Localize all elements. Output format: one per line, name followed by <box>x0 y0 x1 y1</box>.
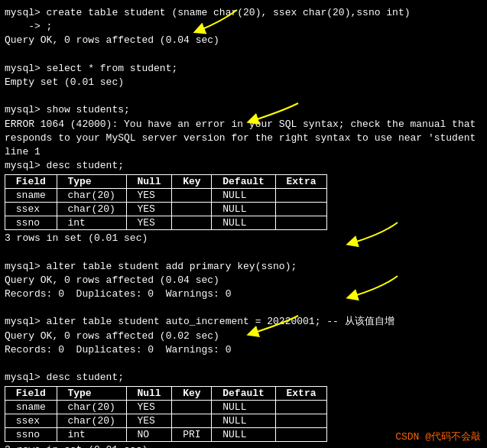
cell-ssex-default-1: NULL <box>212 203 275 216</box>
query-ok-2: Query OK, 0 rows affected (0.04 sec) <box>5 274 482 287</box>
desc-table-1: Field Type Null Key Default Extra sname … <box>5 174 327 230</box>
table-row: sname char(20) YES NULL <box>5 189 327 203</box>
table-row: ssex char(20) YES NULL <box>5 414 327 428</box>
cmd-alter-pk: mysql> alter table student add primary k… <box>5 260 482 274</box>
error-line-2: responds to your MySQL server version fo… <box>5 131 482 145</box>
cell-ssex-default-2: NULL <box>212 414 275 428</box>
records-1: Records: 0 Duplicates: 0 Warnings: 0 <box>5 287 482 301</box>
watermark: CSDN @代码不会敲 <box>395 430 481 443</box>
cell-ssex-key-2 <box>172 414 212 428</box>
cell-ssno-null-1: YES <box>126 216 172 230</box>
blank-1 <box>5 48 482 62</box>
cell-ssno-1: ssno <box>5 216 57 230</box>
col-extra-2: Extra <box>275 387 327 401</box>
col-type-1: Type <box>57 175 126 189</box>
query-ok-3: Query OK, 0 rows affected (0.02 sec) <box>5 330 482 343</box>
cell-sname-extra-1 <box>275 189 327 203</box>
col-null-2: Null <box>126 387 172 401</box>
rows-set-1: 3 rows in set (0.01 sec) <box>5 232 482 245</box>
cell-ssno-key-1 <box>172 216 212 230</box>
cell-ssno-extra-1 <box>275 216 327 230</box>
cell-ssex-type-1: char(20) <box>57 203 126 216</box>
cell-sname-1: sname <box>5 189 57 203</box>
table-header-row-2: Field Type Null Key Default Extra <box>5 387 327 401</box>
terminal-window: mysql> create table student (sname char(… <box>0 0 487 448</box>
cmd-create-table-cont: -> ; <box>5 20 482 34</box>
cell-sname-type-2: char(20) <box>57 401 126 414</box>
cell-ssex-null-2: YES <box>126 414 172 428</box>
cell-ssex-type-2: char(20) <box>57 414 126 428</box>
blank-4 <box>5 301 482 315</box>
cmd-desc-2: mysql> desc student; <box>5 371 482 385</box>
cell-sname-key-2 <box>172 401 212 414</box>
col-field-1: Field <box>5 175 57 189</box>
cell-ssex-key-1 <box>172 203 212 216</box>
blank-5 <box>5 357 482 371</box>
empty-set: Empty set (0.01 sec) <box>5 76 482 89</box>
records-2: Records: 0 Duplicates: 0 Warnings: 0 <box>5 343 482 357</box>
error-line-3: line 1 <box>5 145 482 159</box>
cell-sname-default-2: NULL <box>212 401 275 414</box>
cell-ssno-null-2: NO <box>126 428 172 442</box>
cmd-create-table: mysql> create table student (sname char(… <box>5 6 482 20</box>
rows-set-2: 3 rows in set (0.01 sec) <box>5 443 482 448</box>
cell-sname-extra-2 <box>275 401 327 414</box>
cmd-desc-1: mysql> desc student; <box>5 159 482 173</box>
table-row: ssex char(20) YES NULL <box>5 203 327 216</box>
cell-sname-null-2: YES <box>126 401 172 414</box>
table-row: sname char(20) YES NULL <box>5 401 327 414</box>
cell-sname-key-1 <box>172 189 212 203</box>
cell-ssno-extra-2 <box>275 428 327 442</box>
col-type-2: Type <box>57 387 126 401</box>
cell-sname-null-1: YES <box>126 189 172 203</box>
col-null-1: Null <box>126 175 172 189</box>
cell-ssex-extra-2 <box>275 414 327 428</box>
col-field-2: Field <box>5 387 57 401</box>
desc-table-2: Field Type Null Key Default Extra sname … <box>5 386 327 442</box>
col-key-1: Key <box>172 175 212 189</box>
cmd-select: mysql> select * from student; <box>5 62 482 76</box>
cell-ssno-type-1: int <box>57 216 126 230</box>
cell-ssex-2: ssex <box>5 414 57 428</box>
cell-ssno-type-2: int <box>57 428 126 442</box>
col-default-2: Default <box>212 387 275 401</box>
col-extra-1: Extra <box>275 175 327 189</box>
table-header-row-1: Field Type Null Key Default Extra <box>5 175 327 189</box>
cell-ssno-default-1: NULL <box>212 216 275 230</box>
cell-ssno-default-2: NULL <box>212 428 275 442</box>
cell-sname-type-1: char(20) <box>57 189 126 203</box>
cell-sname-default-1: NULL <box>212 189 275 203</box>
query-ok-1: Query OK, 0 rows affected (0.04 sec) <box>5 34 482 47</box>
cell-ssno-key-2: PRI <box>172 428 212 442</box>
cmd-show: mysql> show students; <box>5 103 482 117</box>
col-key-2: Key <box>172 387 212 401</box>
cell-ssno-2: ssno <box>5 428 57 442</box>
cmd-alter-auto: mysql> alter table student auto_incremen… <box>5 315 482 329</box>
col-default-1: Default <box>212 175 275 189</box>
table-row: ssno int NO PRI NULL <box>5 428 327 442</box>
blank-3 <box>5 245 482 259</box>
cell-ssex-null-1: YES <box>126 203 172 216</box>
error-line-1: ERROR 1064 (42000): You have an error in… <box>5 118 482 131</box>
blank-2 <box>5 89 482 103</box>
table-row: ssno int YES NULL <box>5 216 327 230</box>
cell-sname-2: sname <box>5 401 57 414</box>
cell-ssex-extra-1 <box>275 203 327 216</box>
cell-ssex-1: ssex <box>5 203 57 216</box>
